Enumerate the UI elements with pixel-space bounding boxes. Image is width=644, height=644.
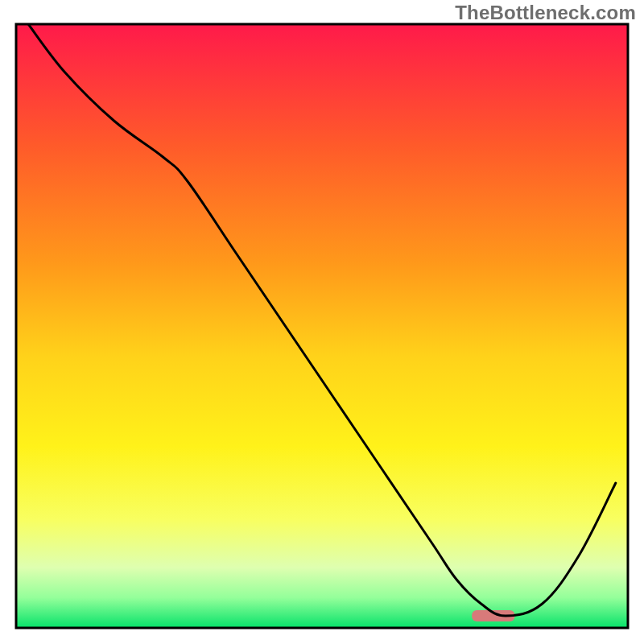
- chart-root: TheBottleneck.com: [0, 0, 644, 644]
- bottleneck-chart: [0, 0, 644, 644]
- watermark-text: TheBottleneck.com: [455, 2, 636, 24]
